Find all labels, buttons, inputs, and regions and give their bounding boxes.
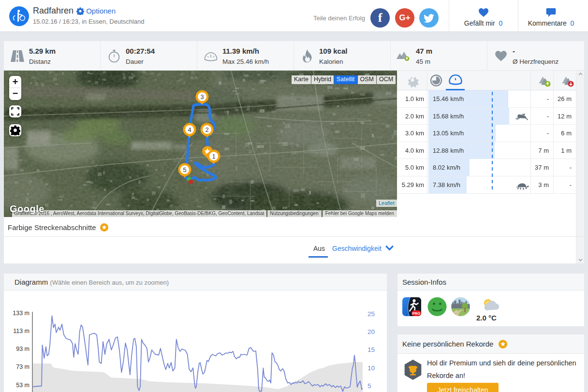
svg-text:93 m: 93 m — [16, 346, 29, 352]
svg-text:10: 10 — [368, 364, 375, 372]
svg-text:53 m: 53 m — [16, 382, 29, 389]
svg-text:113 m: 113 m — [13, 328, 29, 334]
svg-text:133 m: 133 m — [13, 310, 29, 317]
svg-text:1: 1 — [212, 153, 215, 160]
svg-text:3: 3 — [200, 93, 204, 101]
svg-text:15: 15 — [368, 346, 375, 353]
svg-text:5: 5 — [368, 382, 371, 390]
svg-text:20: 20 — [368, 328, 375, 335]
svg-text:5: 5 — [183, 166, 186, 174]
svg-text:25: 25 — [368, 310, 375, 318]
svg-text:73 m: 73 m — [16, 363, 29, 370]
svg-text:4: 4 — [188, 126, 191, 133]
svg-text:2: 2 — [205, 126, 208, 133]
svg-text:PRO: PRO — [412, 311, 420, 316]
